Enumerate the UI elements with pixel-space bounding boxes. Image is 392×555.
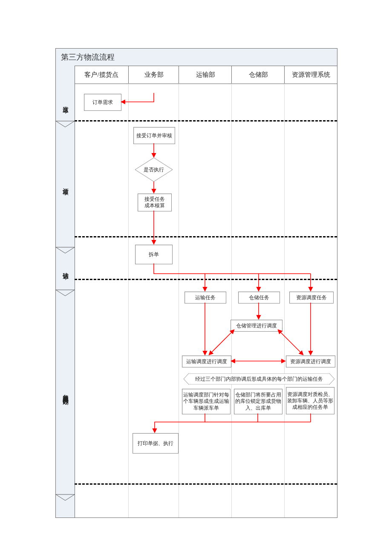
phase-label: 各部门形成具体的执行计划: [61, 390, 69, 395]
lane-header-customer: 客户/揽货点: [75, 66, 128, 84]
title-bar: 第三方物流流程: [56, 49, 337, 66]
phase-label: 确认订单: [61, 268, 69, 269]
node-storage-task: 仓储任务: [238, 292, 280, 304]
lane-header-transport: 运输部: [179, 66, 232, 84]
lane-sep: [284, 84, 285, 517]
node-decision: 是否执行: [135, 158, 173, 182]
node-split: 拆单: [135, 245, 173, 264]
lane-header-resource: 资源管理系统: [284, 66, 337, 84]
lane-sep: [128, 84, 129, 517]
node-transport-sched: 运输调度进行调度: [182, 356, 231, 367]
lane-header-storage: 仓储部: [231, 66, 285, 84]
phase-sep: [75, 236, 337, 237]
node-transport-task: 运输任务: [184, 292, 226, 304]
phase-execute-plan: 各部门形成具体的执行计划: [56, 290, 75, 494]
diagram-title: 第三方物流流程: [56, 49, 337, 66]
lane-sep: [179, 84, 179, 517]
node-order-demand: 订单需求: [84, 94, 121, 111]
node-note-hex: 经过三个部门内部协调后形成具体的每个部门的运输任务: [184, 373, 334, 384]
diagram-frame: 第三方物流流程 发送订单 订单审核 确认订单 各部门形成具体的执行计划 客户: [55, 48, 337, 518]
phase-sep: [75, 120, 337, 121]
phase-sep: [75, 279, 337, 280]
svg-marker-3: [56, 494, 75, 500]
node-print-exec: 打印单据、执行: [133, 433, 179, 454]
node-detail-resource: 资源调度对质检员、装卸车辆、人员等形成相应的任务单: [286, 387, 334, 414]
phase-label: 发送订单: [61, 101, 69, 103]
arrows-overlay: [56, 49, 337, 517]
phase-send-order: 发送订单: [56, 84, 75, 121]
phase-confirm-order: 确认订单: [56, 247, 75, 290]
node-accept-review: 接受订单并审核: [133, 127, 175, 144]
node-resource-sched: 资源调度进行调度: [286, 356, 335, 367]
lane-sep: [231, 84, 232, 517]
page: 第三方物流流程 发送订单 订单审核 确认订单 各部门形成具体的执行计划 客户: [0, 0, 392, 555]
node-resource-task: 资源调度任务: [289, 292, 334, 304]
node-accept-task: 接受任务成本核算: [138, 194, 172, 211]
phase-rail: 发送订单 订单审核 确认订单 各部门形成具体的执行计划: [56, 66, 75, 517]
lane-header-business: 业务部: [128, 66, 179, 84]
phase-order-review: 订单审核: [56, 121, 75, 247]
node-detail-storage: 仓储部门将所要占用的库位锁定形成货物入、出库单: [234, 389, 282, 414]
phase-label: 订单审核: [61, 183, 69, 185]
node-storage-sched: 仓储管理进行调度: [231, 320, 282, 332]
phase-sep: [75, 483, 337, 485]
lane-header-row: 客户/揽货点 业务部 运输部 仓储部 资源管理系统: [75, 66, 337, 84]
node-detail-transport: 运输调度部门针对每个车辆形成生成运输车辆派车单: [182, 389, 231, 414]
